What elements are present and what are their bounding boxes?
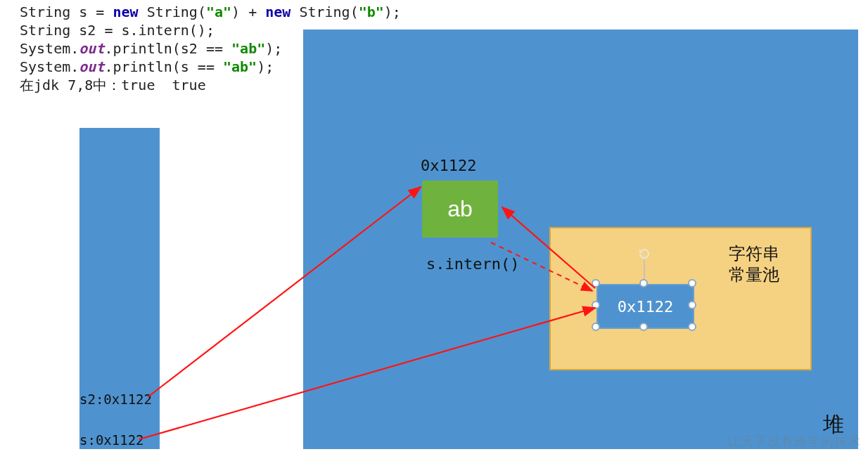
selection-handle[interactable] <box>688 323 696 331</box>
object-address-label: 0x1122 <box>421 157 476 174</box>
watermark-text: 让天下没有难学的技术 <box>727 433 861 450</box>
code-token: s2 = s.intern(); <box>70 22 215 39</box>
stack-var-s: s:0x1122 <box>79 432 144 448</box>
selection-handle[interactable] <box>688 301 696 309</box>
code-token: ); <box>265 40 282 57</box>
stack-var-s2: s2:0x1122 <box>79 391 152 407</box>
code-token: "ab" <box>223 58 257 75</box>
code-token: String( <box>139 4 206 20</box>
intern-call-label: s.intern() <box>426 255 519 273</box>
code-token: "ab" <box>231 40 265 57</box>
selection-handle[interactable] <box>639 323 648 331</box>
code-token: out <box>79 40 104 57</box>
pool-reference-box[interactable]: 0x1122 <box>596 284 694 329</box>
selection-handle[interactable] <box>592 279 600 287</box>
code-token: System. <box>20 58 79 75</box>
selection-handle[interactable] <box>592 301 600 309</box>
code-token: ); <box>257 58 274 75</box>
code-token: new <box>265 4 291 20</box>
code-token: ); <box>384 4 401 20</box>
string-object-ab: ab <box>422 181 498 238</box>
code-token: System. <box>20 40 79 57</box>
code-token: .println(s2 == <box>104 40 231 57</box>
selection-handle[interactable] <box>688 279 696 287</box>
string-pool-label-line1: 字符串 <box>729 243 779 264</box>
selection-handle[interactable] <box>592 323 600 331</box>
code-token: String <box>20 22 70 39</box>
code-token: new <box>113 4 138 20</box>
code-token: "b" <box>359 4 384 20</box>
code-token: ) + <box>231 4 265 20</box>
code-result-line: 在jdk 7,8中：true true <box>20 77 206 93</box>
rotate-handle-icon[interactable] <box>638 247 651 260</box>
code-token: "a" <box>206 4 231 20</box>
code-token: String <box>20 4 70 20</box>
string-pool-label: 字符串 常量池 <box>729 243 779 285</box>
code-token: .println(s == <box>104 58 223 75</box>
code-token: s = <box>70 4 113 20</box>
code-token: out <box>79 58 104 75</box>
string-pool-label-line2: 常量池 <box>729 264 779 285</box>
code-token: String( <box>291 4 358 20</box>
selection-handle[interactable] <box>639 279 648 287</box>
